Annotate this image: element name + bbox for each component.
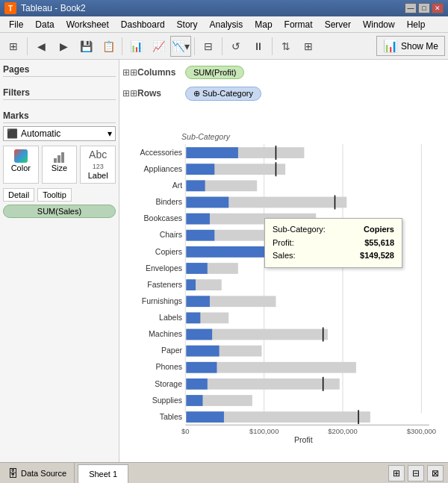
- new-worksheet-btn[interactable]: ⊞: [388, 465, 405, 482]
- svg-rect-25: [186, 230, 214, 241]
- sheet-label: Sheet 1: [89, 470, 117, 479]
- maximize-button[interactable]: □: [418, 3, 430, 13]
- new-dashboard-btn[interactable]: ⊟: [408, 465, 424, 482]
- toolbar-filter-btn[interactable]: ⊟: [198, 36, 219, 57]
- svg-rect-54: [186, 378, 207, 390]
- toolbar-forward-btn[interactable]: ▶: [53, 36, 74, 57]
- svg-rect-32: [186, 263, 207, 274]
- data-source-label: Data Source: [21, 469, 66, 478]
- tooltip-profit-label: Profit:: [273, 237, 294, 250]
- new-story-btn[interactable]: ⊠: [427, 465, 444, 482]
- svg-text:Phones: Phones: [155, 362, 182, 371]
- main-area: Pages Filters Marks ⬛ Automatic ▾ Color: [0, 60, 448, 462]
- marks-type-label: Automatic: [21, 128, 60, 139]
- tooltip-profit-value: $55,618: [364, 237, 394, 250]
- svg-text:$100,000: $100,000: [249, 427, 279, 435]
- menu-server[interactable]: Server: [319, 18, 357, 31]
- filters-title: Filters: [3, 86, 116, 100]
- detail-button[interactable]: Detail: [3, 188, 34, 202]
- marks-buttons: Color Size Abc123 Label: [3, 146, 116, 184]
- svg-text:Storage: Storage: [155, 379, 182, 388]
- svg-text:Binders: Binders: [155, 197, 182, 206]
- toolbar-grid-btn[interactable]: ⊞: [3, 36, 24, 57]
- svg-text:Envelopes: Envelopes: [146, 264, 182, 272]
- toolbar-pause-btn[interactable]: ⏸: [248, 36, 269, 57]
- menu-story[interactable]: Story: [171, 18, 204, 31]
- menu-format[interactable]: Format: [279, 18, 319, 31]
- menu-worksheet[interactable]: Worksheet: [60, 18, 115, 31]
- rows-shelf: ⊞⊞ Rows ⊕ Sub-Category: [122, 84, 445, 103]
- tooltip-sales-value: $149,528: [360, 249, 394, 263]
- bottom-icons: ⊞ ⊟ ⊠: [384, 463, 448, 483]
- toolbar-chart1-btn[interactable]: 📊: [125, 36, 146, 57]
- svg-text:Accessories: Accessories: [140, 148, 182, 157]
- marks-detail-row: Detail Tooltip: [3, 188, 116, 202]
- columns-pill[interactable]: SUM(Profit): [185, 66, 244, 79]
- filters-section: Filters: [3, 86, 116, 103]
- toolbar-sort-btn[interactable]: ⇅: [276, 36, 296, 57]
- toolbar-save-btn[interactable]: 💾: [75, 36, 96, 57]
- menu-analysis[interactable]: Analysis: [204, 18, 249, 31]
- title-bar: T Tableau - Book2 — □ ✕: [0, 0, 448, 16]
- sum-sales-pill[interactable]: SUM(Sales): [3, 205, 116, 218]
- color-button[interactable]: Color: [3, 146, 39, 184]
- svg-text:Bookcases: Bookcases: [144, 214, 182, 222]
- menu-file[interactable]: File: [3, 18, 29, 31]
- bar-chart-svg: Sub-Category Accessories Appliances: [122, 107, 445, 459]
- size-label: Size: [52, 163, 67, 172]
- toolbar-chart3-btn[interactable]: 📉▾: [170, 36, 191, 57]
- svg-rect-38: [186, 296, 210, 307]
- svg-rect-61: [186, 411, 224, 423]
- minimize-button[interactable]: —: [405, 3, 417, 13]
- rows-pill[interactable]: ⊕ Sub-Category: [185, 87, 261, 101]
- dropdown-arrow: ▾: [108, 128, 112, 139]
- svg-rect-58: [186, 395, 202, 406]
- toolbar-chart2-btn[interactable]: 📈: [148, 36, 169, 57]
- menu-window[interactable]: Window: [357, 18, 401, 31]
- svg-rect-18: [186, 197, 228, 208]
- toolbar-group-btn[interactable]: ⊞: [298, 36, 319, 57]
- left-panel: Pages Filters Marks ⬛ Automatic ▾ Color: [0, 60, 119, 462]
- svg-text:$300,000: $300,000: [407, 427, 437, 435]
- tooltip: Sub-Category: Copiers Profit: $55,618 Sa…: [264, 218, 402, 268]
- svg-text:Supplies: Supplies: [152, 396, 182, 405]
- close-button[interactable]: ✕: [432, 3, 444, 13]
- pages-section: Pages: [3, 63, 116, 80]
- tooltip-button[interactable]: Tooltip: [37, 188, 72, 202]
- tooltip-sales-label: Sales:: [273, 249, 296, 263]
- pages-title: Pages: [3, 63, 116, 77]
- show-me-icon: 📊: [383, 39, 398, 53]
- svg-text:Furnishings: Furnishings: [142, 296, 182, 305]
- marks-title: Marks: [3, 109, 116, 123]
- size-icon: [54, 149, 64, 163]
- svg-text:$0: $0: [181, 427, 190, 435]
- size-button[interactable]: Size: [42, 146, 78, 184]
- svg-rect-44: [186, 329, 212, 340]
- tooltip-subcategory-label: Sub-Category:: [273, 223, 326, 237]
- svg-text:Profit: Profit: [294, 435, 313, 444]
- svg-text:Labels: Labels: [159, 313, 182, 322]
- menu-map[interactable]: Map: [249, 18, 278, 31]
- marks-dropdown[interactable]: ⬛ Automatic ▾: [3, 126, 116, 141]
- data-source-tab[interactable]: 🗄 Data Source: [0, 463, 75, 483]
- color-label: Color: [11, 163, 31, 172]
- svg-rect-11: [186, 163, 214, 175]
- svg-rect-51: [186, 362, 217, 373]
- menu-data[interactable]: Data: [29, 18, 60, 31]
- columns-icon: ⊞⊞: [122, 67, 134, 78]
- label-button[interactable]: Abc123 Label: [80, 146, 116, 184]
- svg-rect-15: [186, 180, 205, 191]
- show-me-button[interactable]: 📊 Show Me: [376, 36, 445, 56]
- chart-area: ⊞⊞ Columns SUM(Profit) ⊞⊞ Rows ⊕ Sub-Cat…: [119, 60, 448, 462]
- sheet-tab[interactable]: Sheet 1: [78, 464, 128, 483]
- label-label: Label: [88, 171, 108, 180]
- menu-dashboard[interactable]: Dashboard: [115, 18, 171, 31]
- toolbar-copy-btn[interactable]: 📋: [98, 36, 119, 57]
- marks-type-icon: ⬛: [7, 128, 18, 139]
- window-title: Tableau - Book2: [21, 3, 86, 13]
- rows-label: Rows: [137, 88, 182, 99]
- toolbar-refresh-btn[interactable]: ↺: [225, 36, 246, 57]
- menu-help[interactable]: Help: [401, 18, 432, 31]
- toolbar-back-btn[interactable]: ◀: [31, 36, 52, 57]
- window-controls: — □ ✕: [405, 3, 444, 13]
